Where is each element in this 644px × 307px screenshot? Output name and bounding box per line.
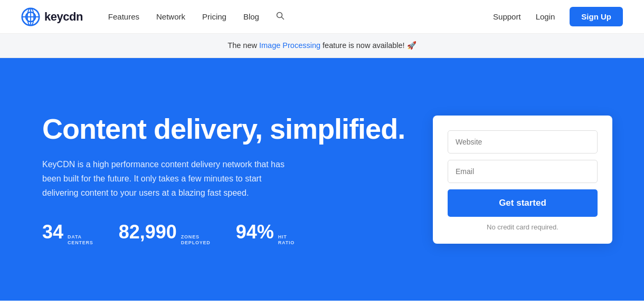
signup-button[interactable]: Sign Up: [570, 7, 623, 26]
logo-text: keycdn: [44, 10, 83, 24]
nav-blog[interactable]: Blog: [243, 12, 259, 21]
nav-right: Support Login Sign Up: [493, 7, 623, 26]
nav-links: Features Network Pricing Blog: [108, 12, 493, 22]
announcement-text-after: feature is now available! 🚀: [320, 41, 416, 50]
stat-data-centers: 34 DATA CENTERS: [42, 221, 93, 245]
announcement-bar: The new Image Processing feature is now …: [0, 34, 644, 58]
email-input[interactable]: [448, 160, 598, 183]
nav-pricing[interactable]: Pricing: [202, 12, 226, 21]
nav-features[interactable]: Features: [108, 12, 139, 21]
website-input[interactable]: [448, 130, 598, 154]
announcement-text-before: The new: [228, 41, 259, 50]
stat-hit-ratio: 94% HIT RATIO: [236, 221, 295, 245]
hero-section: Content delivery, simplified. KeyCDN is …: [0, 58, 644, 301]
hero-title: Content delivery, simplified.: [42, 113, 412, 145]
stat-label-bot-1: DEPLOYED: [181, 240, 211, 245]
navbar: keycdn Features Network Pricing Blog Sup…: [0, 0, 644, 34]
stat-label-top-1: ZONES: [181, 234, 211, 239]
login-link[interactable]: Login: [536, 12, 555, 21]
svg-line-6: [281, 17, 283, 19]
hero-description: KeyCDN is a high performance content del…: [42, 157, 296, 200]
stat-label-top-0: DATA: [68, 234, 93, 239]
no-credit-card-text: No credit card required.: [448, 223, 598, 231]
stat-number-1: 82,990: [119, 221, 177, 243]
get-started-button[interactable]: Get started: [448, 189, 598, 217]
stat-number-2: 94%: [236, 221, 274, 243]
stat-label-bot-0: CENTERS: [68, 240, 93, 245]
logo-link[interactable]: keycdn: [21, 7, 83, 26]
nav-network[interactable]: Network: [156, 12, 185, 21]
signup-form-card: Get started No credit card required.: [433, 116, 612, 244]
stat-zones: 82,990 ZONES DEPLOYED: [119, 221, 211, 245]
stat-number-0: 34: [42, 221, 63, 243]
logo-icon: [21, 7, 40, 26]
support-link[interactable]: Support: [493, 12, 521, 21]
stat-label-bot-2: RATIO: [278, 240, 295, 245]
hero-left: Content delivery, simplified. KeyCDN is …: [42, 113, 433, 246]
stat-label-top-2: HIT: [278, 234, 295, 239]
search-icon[interactable]: [276, 12, 285, 22]
stats-row: 34 DATA CENTERS 82,990 ZONES DEPLOYED 94…: [42, 221, 412, 245]
announcement-link[interactable]: Image Processing: [259, 41, 320, 50]
